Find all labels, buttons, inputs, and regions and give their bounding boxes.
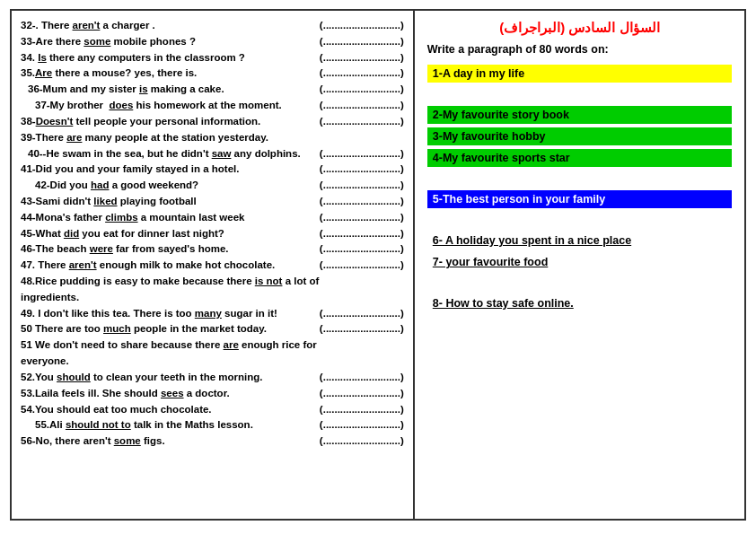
write-instruction: Write a paragraph of 80 words on: [427, 43, 732, 56]
sentence-42: 42-Did you had a good weekend? (........… [35, 178, 404, 194]
left-panel: 32-. There aren't a charger . (.........… [12, 11, 415, 519]
topic-5: 5-The best person in your family [427, 190, 732, 208]
sentence-34: 34. Is there any computers in the classr… [21, 50, 404, 66]
sentence-49: 49. I don't like this tea. There is too … [21, 306, 404, 322]
right-panel-inner: السؤال السادس (البراجراف) Write a paragr… [427, 20, 732, 312]
sentence-48: 48.Rice pudding is easy to make because … [21, 274, 404, 306]
sentence-40: 40--He swam in the sea, but he didn't sa… [28, 146, 404, 162]
sentence-36: 36-Mum and my sister is making a cake. (… [28, 82, 404, 98]
topic-2: 2-My favourite story book [427, 106, 732, 124]
sentence-47: 47. There aren't enough milk to make hot… [21, 258, 404, 274]
section-title: السؤال السادس (البراجراف) [427, 20, 732, 36]
sentence-45: 45-What did you eat for dinner last nigh… [21, 226, 404, 242]
topic-6: 6- A holiday you spent in a nice place [427, 232, 732, 249]
sentence-52: 52.You should to clean your teeth in the… [21, 370, 404, 386]
sentence-35: 35.Are there a mouse? yes, there is. (..… [21, 66, 404, 82]
sentence-37: 37-My brother does his homework at the m… [35, 98, 404, 114]
topic-1: 1-A day in my life [427, 65, 732, 83]
topic-7: 7- your favourite food [427, 253, 732, 271]
sentence-32: 32-. There aren't a charger . (.........… [21, 18, 404, 34]
sentence-41: 41-Did you and your family stayed in a h… [21, 162, 404, 178]
sentence-43: 43-Sami didn't liked playing football (.… [21, 194, 404, 210]
topic-8: 8- How to stay safe online. [427, 294, 732, 312]
sentence-46: 46-The beach were far from sayed's home.… [21, 241, 404, 258]
right-panel: السؤال السادس (البراجراف) Write a paragr… [415, 11, 744, 519]
sentence-55: 55.Ali should not to talk in the Maths l… [35, 417, 404, 433]
sentence-39: 39-There are many people at the station … [21, 130, 404, 146]
sentence-51: 51 We don't need to share because there … [21, 337, 404, 370]
sentence-38: 38-Doesn't tell people your personal inf… [21, 114, 404, 130]
topic-4: 4-My favourite sports star [427, 149, 732, 167]
sentence-44: 44-Mona's father climbs a mountain last … [21, 210, 404, 226]
sentence-54: 54.You should eat too much chocolate. (.… [21, 402, 404, 418]
topic-3: 3-My favourite hobby [427, 127, 732, 145]
sentence-33: 33-Are there some mobile phones ? (.....… [21, 34, 404, 50]
sentence-56: 56-No, there aren't some figs. (........… [21, 433, 404, 450]
sentence-50: 50 There are too much people in the mark… [21, 321, 404, 337]
sentence-53: 53.Laila feels ill. She should sees a do… [21, 386, 404, 402]
exam-page: 32-. There aren't a charger . (.........… [10, 9, 746, 521]
